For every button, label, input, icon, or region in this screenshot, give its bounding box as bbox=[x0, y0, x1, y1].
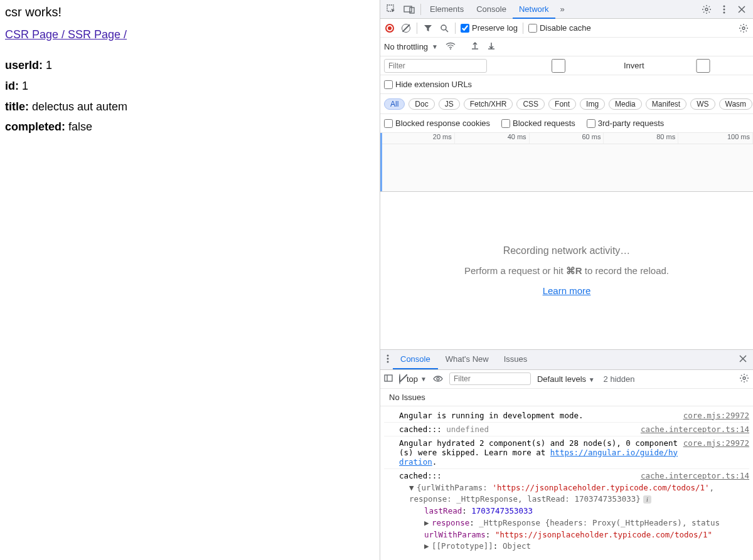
drawer-tab-whatsnew[interactable]: What's New bbox=[438, 349, 496, 369]
svg-point-5 bbox=[724, 8, 725, 10]
hide-ext-urls-checkbox[interactable]: Hide extension URLs bbox=[384, 80, 472, 89]
drawer-kebab-icon[interactable] bbox=[383, 354, 393, 365]
pill-wasm[interactable]: Wasm bbox=[719, 98, 753, 110]
console-drawer: Console What's New Issues top▼ Default l… bbox=[380, 349, 753, 561]
expanded-object: ▼{urlWithParams: 'https://jsonplaceholde… bbox=[384, 482, 749, 553]
svg-point-3 bbox=[705, 8, 708, 11]
search-icon[interactable] bbox=[439, 23, 450, 34]
resource-pills: All Doc JS Fetch/XHR CSS Font Img Media … bbox=[380, 94, 753, 114]
hide-data-urls-checkbox[interactable]: Hide data URLs bbox=[653, 56, 753, 75]
blocked-row: Blocked response cookies Blocked request… bbox=[380, 114, 753, 133]
tab-console[interactable]: Console bbox=[470, 0, 513, 19]
invert-checkbox[interactable]: Invert bbox=[496, 59, 644, 73]
object-summary[interactable]: ▼{urlWithParams: 'https://jsonplaceholde… bbox=[409, 482, 749, 506]
log-row: Angular hydrated 2 component(s) and 28 n… bbox=[384, 436, 749, 469]
ssr-page-link[interactable]: SSR Page / bbox=[68, 28, 127, 41]
svg-rect-13 bbox=[385, 375, 392, 381]
download-har-icon[interactable] bbox=[487, 41, 496, 52]
console-filter-input[interactable] bbox=[449, 372, 531, 385]
filter-bar: Invert Hide data URLs bbox=[380, 56, 753, 75]
pill-manifest[interactable]: Manifest bbox=[646, 98, 686, 110]
console-gear-icon[interactable] bbox=[739, 373, 749, 385]
devtools-tabbar: Elements Console Network » bbox=[380, 0, 753, 19]
device-toggle-icon[interactable] bbox=[403, 3, 415, 16]
svg-point-10 bbox=[387, 354, 389, 356]
drawer-tab-console[interactable]: Console bbox=[393, 349, 438, 369]
hide-ext-row: Hide extension URLs bbox=[380, 75, 753, 94]
object-prop[interactable]: urlWithParams: "https://jsonplaceholder.… bbox=[409, 529, 749, 541]
clear-button[interactable] bbox=[400, 23, 412, 34]
log-levels-select[interactable]: Default levels ▼ bbox=[537, 374, 595, 384]
svg-point-9 bbox=[450, 48, 451, 50]
pill-fetch[interactable]: Fetch/XHR bbox=[464, 98, 513, 110]
log-row: cached::: cache.interceptor.ts:14 bbox=[384, 469, 749, 482]
console-clear-icon[interactable] bbox=[399, 374, 400, 384]
log-row: cached::: undefined cache.interceptor.ts… bbox=[384, 423, 749, 436]
svg-point-16 bbox=[743, 377, 745, 379]
drawer-tabs: Console What's New Issues bbox=[380, 350, 753, 370]
sidebar-toggle-icon[interactable] bbox=[384, 374, 393, 384]
svg-point-8 bbox=[742, 27, 745, 29]
svg-point-15 bbox=[437, 378, 439, 380]
blocked-cookies-checkbox[interactable]: Blocked response cookies bbox=[384, 119, 490, 128]
nav-links: CSR Page / SSR Page / bbox=[5, 28, 375, 41]
svg-point-4 bbox=[724, 5, 725, 7]
kebab-icon[interactable] bbox=[718, 3, 730, 16]
network-settings-icon[interactable] bbox=[738, 23, 749, 34]
context-select[interactable]: top▼ bbox=[407, 374, 427, 384]
pill-img[interactable]: Img bbox=[580, 98, 605, 110]
filter-icon[interactable] bbox=[422, 23, 434, 34]
source-link[interactable]: core.mjs:29972 bbox=[678, 438, 749, 448]
recording-text: Recording network activity… bbox=[503, 245, 631, 256]
field-completed: completed: false bbox=[5, 118, 375, 136]
svg-point-6 bbox=[724, 11, 725, 13]
source-link[interactable]: cache.interceptor.ts:14 bbox=[636, 425, 749, 434]
drawer-tab-issues[interactable]: Issues bbox=[496, 349, 535, 369]
source-link[interactable]: cache.interceptor.ts:14 bbox=[636, 471, 749, 480]
pill-doc[interactable]: Doc bbox=[409, 98, 434, 110]
source-link[interactable]: core.mjs:29972 bbox=[678, 411, 749, 420]
throttling-row: No throttling▼ bbox=[380, 38, 753, 56]
pill-css[interactable]: CSS bbox=[516, 98, 545, 110]
hidden-count[interactable]: 2 hidden bbox=[604, 374, 635, 384]
info-icon[interactable]: i bbox=[643, 495, 651, 504]
field-title: title: delectus aut autem bbox=[5, 98, 375, 116]
devtools-panel: Elements Console Network » Preserve log … bbox=[380, 0, 753, 560]
network-empty-state: Recording network activity… Perform a re… bbox=[380, 192, 753, 349]
blocked-requests-checkbox[interactable]: Blocked requests bbox=[501, 119, 575, 128]
hint-text: Perform a request or hit ⌘ R to record t… bbox=[464, 265, 669, 277]
close-icon[interactable] bbox=[735, 3, 748, 16]
object-prop[interactable]: ▶[[Prototype]]: Object bbox=[409, 541, 749, 552]
disable-cache-checkbox[interactable]: Disable cache bbox=[528, 23, 591, 33]
pill-js[interactable]: JS bbox=[439, 98, 460, 110]
pill-all[interactable]: All bbox=[384, 98, 405, 110]
tabs-overflow[interactable]: » bbox=[555, 4, 570, 14]
filter-input[interactable] bbox=[384, 59, 487, 73]
third-party-checkbox[interactable]: 3rd-party requests bbox=[587, 119, 665, 128]
learn-more-link[interactable]: Learn more bbox=[543, 285, 591, 296]
gear-icon[interactable] bbox=[700, 3, 713, 16]
wifi-icon[interactable] bbox=[446, 42, 456, 51]
record-button[interactable] bbox=[384, 23, 395, 34]
drawer-close-icon[interactable] bbox=[735, 355, 750, 364]
console-toolbar: top▼ Default levels ▼ 2 hidden bbox=[380, 370, 753, 389]
inspect-icon[interactable] bbox=[385, 3, 398, 16]
eye-icon[interactable] bbox=[433, 374, 443, 384]
no-issues-label: No Issues bbox=[380, 389, 753, 406]
throttling-select[interactable]: No throttling▼ bbox=[384, 42, 438, 51]
pill-media[interactable]: Media bbox=[609, 98, 642, 110]
preserve-log-checkbox[interactable]: Preserve log bbox=[461, 23, 518, 33]
network-toolbar: Preserve log Disable cache bbox=[380, 19, 753, 38]
object-prop[interactable]: ▶response: _HttpResponse {headers: Proxy… bbox=[409, 517, 749, 529]
tab-elements[interactable]: Elements bbox=[424, 0, 470, 19]
svg-point-7 bbox=[441, 25, 446, 30]
csr-page-link[interactable]: CSR Page / bbox=[5, 28, 68, 41]
svg-point-11 bbox=[387, 357, 389, 359]
waterfall-timeline[interactable]: 20 ms 40 ms 60 ms 80 ms 100 ms bbox=[380, 133, 753, 192]
pill-ws[interactable]: WS bbox=[690, 98, 715, 110]
pill-font[interactable]: Font bbox=[548, 98, 576, 110]
object-prop[interactable]: lastRead: 1703747353033 bbox=[409, 505, 749, 517]
upload-har-icon[interactable] bbox=[471, 41, 479, 52]
field-id: id: 1 bbox=[5, 77, 375, 95]
tab-network[interactable]: Network bbox=[513, 0, 555, 19]
